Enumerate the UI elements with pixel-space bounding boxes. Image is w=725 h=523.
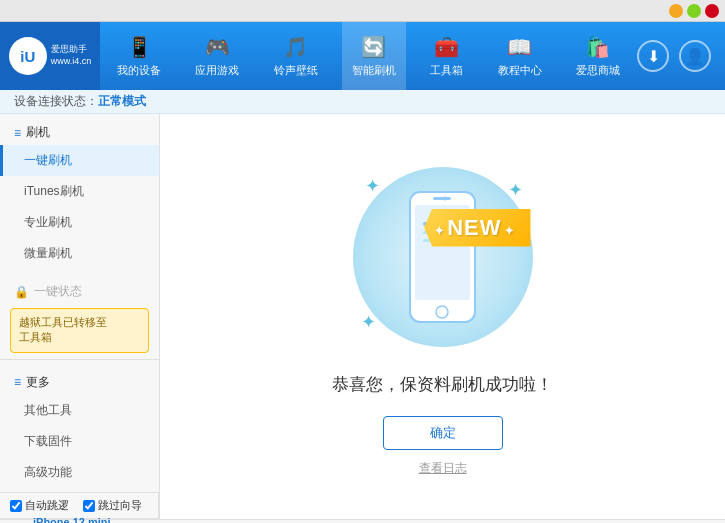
sidebar-item-pro-flash[interactable]: 专业刷机 — [0, 207, 159, 238]
toolbox-icon: 🧰 — [434, 35, 459, 59]
logo-icon: iU — [9, 37, 47, 75]
svg-point-7 — [443, 196, 447, 200]
svg-rect-6 — [433, 197, 451, 200]
phone-illustration: ✦ ✦ ✦ ✦NEW✦ — [343, 157, 543, 357]
nav-apps-games[interactable]: 🎮 应用游戏 — [185, 22, 249, 90]
store-icon: 🛍️ — [585, 35, 610, 59]
flash-section-icon: ≡ — [14, 126, 21, 140]
header-right: ⬇ 👤 — [637, 40, 725, 72]
success-text: 恭喜您，保资料刷机成功啦！ — [332, 373, 553, 396]
device-status-bar: 设备连接状态： 正常模式 — [0, 90, 725, 114]
connection-status: 正常模式 — [98, 93, 146, 110]
device-icon: 📱 — [127, 35, 152, 59]
auto-jump-checkbox[interactable] — [10, 500, 22, 512]
nav-my-device[interactable]: 📱 我的设备 — [107, 22, 171, 90]
apps-icon: 🎮 — [205, 35, 230, 59]
flash-icon: 🔄 — [361, 35, 386, 59]
ringtones-icon: 🎵 — [283, 35, 308, 59]
title-bar — [0, 0, 725, 22]
more-icon: ≡ — [14, 375, 21, 389]
tutorial-icon: 📖 — [507, 35, 532, 59]
jump-log-link[interactable]: 查看日志 — [419, 460, 467, 477]
section-more: ≡ 更多 — [0, 366, 159, 395]
sparkle-icon-1: ✦ — [365, 175, 380, 197]
sidebar-divider — [0, 359, 159, 360]
sidebar-item-itunes-flash[interactable]: iTunes刷机 — [0, 176, 159, 207]
sidebar-item-onekey-flash[interactable]: 一键刷机 — [0, 145, 159, 176]
section-flash: ≡ 刷机 — [0, 114, 159, 145]
nav-ringtones[interactable]: 🎵 铃声壁纸 — [264, 22, 328, 90]
nav-smart-flash[interactable]: 🔄 智能刷机 — [342, 22, 406, 90]
sidebar: ≡ 刷机 一键刷机 iTunes刷机 专业刷机 微量刷机 🔒 一键状态 越狱工具… — [0, 114, 160, 492]
sidebar-item-advanced[interactable]: 高级功能 — [0, 457, 159, 488]
minimize-button[interactable] — [669, 4, 683, 18]
sparkle-icon-2: ✦ — [508, 179, 523, 201]
sidebar-item-other-tools[interactable]: 其他工具 — [0, 395, 159, 426]
skip-guide-checkbox[interactable] — [83, 500, 95, 512]
confirm-button[interactable]: 确定 — [383, 416, 503, 450]
logo-area: iU 爱思助手 www.i4.cn — [0, 22, 100, 90]
user-button[interactable]: 👤 — [679, 40, 711, 72]
device-info: iPhone 12 mini 64GB Down-12mini-13,1 — [33, 516, 114, 524]
left-panel: ≡ 刷机 一键刷机 iTunes刷机 专业刷机 微量刷机 🔒 一键状态 越狱工具… — [0, 114, 160, 519]
auto-jump-label[interactable]: 自动跳逻 — [10, 498, 69, 513]
nav-tutorial[interactable]: 📖 教程中心 — [488, 22, 552, 90]
header: iU 爱思助手 www.i4.cn 📱 我的设备 🎮 应用游戏 🎵 铃声壁纸 🔄… — [0, 22, 725, 90]
close-button[interactable] — [705, 4, 719, 18]
new-banner: ✦NEW✦ — [424, 209, 530, 247]
lock-icon: 🔒 — [14, 285, 29, 299]
skip-guide-label[interactable]: 跳过向导 — [83, 498, 142, 513]
sidebar-item-download-firmware[interactable]: 下载固件 — [0, 426, 159, 457]
download-button[interactable]: ⬇ — [637, 40, 669, 72]
content-area: ✦ ✦ ✦ ✦NEW✦ — [160, 114, 725, 519]
sidebar-item-micro-flash[interactable]: 微量刷机 — [0, 238, 159, 269]
sparkle-icon-3: ✦ — [361, 311, 376, 333]
device-name: iPhone 12 mini — [33, 516, 114, 524]
nav-toolbox[interactable]: 🧰 工具箱 — [420, 22, 473, 90]
nav-store[interactable]: 🛍️ 爱思商城 — [566, 22, 630, 90]
section-onekey-status: 🔒 一键状态 — [0, 273, 159, 304]
maximize-button[interactable] — [687, 4, 701, 18]
phone-svg — [405, 187, 480, 327]
nav-bar: 📱 我的设备 🎮 应用游戏 🎵 铃声壁纸 🔄 智能刷机 🧰 工具箱 📖 教程中心… — [100, 22, 637, 90]
main-area: ≡ 刷机 一键刷机 iTunes刷机 专业刷机 微量刷机 🔒 一键状态 越狱工具… — [0, 114, 725, 519]
sidebar-warning: 越狱工具已转移至 工具箱 — [10, 308, 149, 353]
status-bar: 📱 iPhone 12 mini 64GB Down-12mini-13,1 阻… — [0, 519, 725, 523]
logo-text: 爱思助手 www.i4.cn — [51, 44, 92, 67]
